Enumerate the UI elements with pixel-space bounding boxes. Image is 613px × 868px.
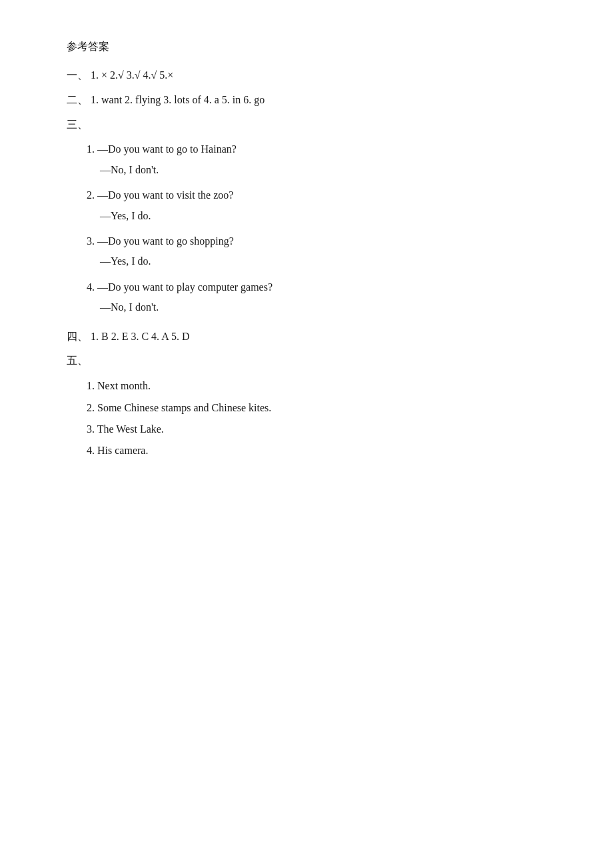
section-one-content: 1. × 2.√ 3.√ 4.√ 5.× — [91, 69, 173, 81]
dialog-4-number-question: 4. —Do you want to play computer games? — [87, 277, 546, 297]
dialog-1-answer: —No, I don't. — [100, 160, 546, 180]
five-item-3: 3. The West Lake. — [87, 419, 546, 439]
section-one-label: 一、 — [67, 69, 88, 81]
dialog-2-answer: —Yes, I do. — [100, 206, 546, 226]
dialog-4-answer: —No, I don't. — [100, 297, 546, 317]
section-five-label: 五、 — [67, 355, 88, 366]
page-title: 参考答案 — [67, 40, 546, 54]
section-three: 三、 1. —Do you want to go to Hainan? —No,… — [67, 115, 546, 318]
five-item-4: 4. His camera. — [87, 441, 546, 461]
dialog-4: 4. —Do you want to play computer games? … — [87, 277, 546, 318]
section-two: 二、 1. want 2. flying 3. lots of 4. a 5. … — [67, 91, 546, 110]
dialog-3-number-question: 3. —Do you want to go shopping? — [87, 231, 546, 251]
dialog-3: 3. —Do you want to go shopping? —Yes, I … — [87, 231, 546, 272]
section-one: 一、 1. × 2.√ 3.√ 4.√ 5.× — [67, 66, 546, 85]
section-three-label: 三、 — [67, 119, 88, 130]
section-five-items: 1. Next month. 2. Some Chinese stamps an… — [87, 376, 546, 461]
dialog-2: 2. —Do you want to visit the zoo? —Yes, … — [87, 185, 546, 226]
section-four-label: 四、 — [67, 331, 88, 342]
section-four: 四、 1. B 2. E 3. C 4. A 5. D — [67, 327, 546, 347]
section-four-content: 1. B 2. E 3. C 4. A 5. D — [91, 331, 189, 342]
section-two-content: 1. want 2. flying 3. lots of 4. a 5. in … — [91, 94, 265, 105]
dialog-1: 1. —Do you want to go to Hainan? —No, I … — [87, 139, 546, 180]
dialog-1-number-question: 1. —Do you want to go to Hainan? — [87, 139, 546, 159]
five-item-2: 2. Some Chinese stamps and Chinese kites… — [87, 398, 546, 418]
section-five: 五、 1. Next month. 2. Some Chinese stamps… — [67, 351, 546, 461]
five-item-1: 1. Next month. — [87, 376, 546, 396]
dialog-2-number-question: 2. —Do you want to visit the zoo? — [87, 185, 546, 205]
dialog-3-answer: —Yes, I do. — [100, 251, 546, 271]
section-two-label: 二、 — [67, 94, 88, 105]
